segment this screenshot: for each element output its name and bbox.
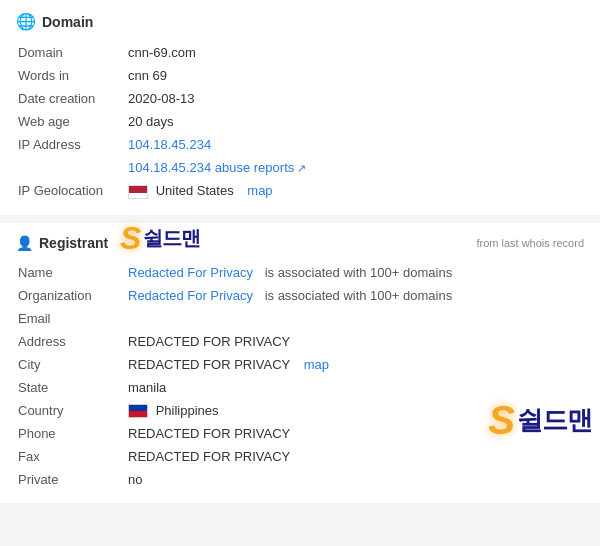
org-value: Redacted For Privacy is associated with … [126, 284, 584, 307]
table-row: City REDACTED FOR PRIVACY map [16, 353, 584, 376]
registrant-section-title: 👤 Registrant [16, 235, 108, 251]
table-row: Words in cnn 69 [16, 64, 584, 87]
org-extra: is associated with 100+ domains [265, 288, 453, 303]
domain-label: Domain [16, 41, 126, 64]
person-icon: 👤 [16, 235, 33, 251]
country-label: Country [16, 399, 126, 423]
empty-label [16, 156, 126, 179]
registrant-title-text: Registrant [39, 235, 108, 251]
state-label: State [16, 376, 126, 399]
registrant-header-row: 👤 Registrant from last whois record [16, 235, 584, 251]
country-name-ph: Philippines [156, 403, 219, 418]
city-map-link[interactable]: map [304, 357, 329, 372]
date-creation-label: Date creation [16, 87, 126, 110]
table-row: Country Philippines [16, 399, 584, 423]
words-label: Words in [16, 64, 126, 87]
domain-section-title: Domain [42, 14, 93, 30]
private-value: no [126, 468, 584, 491]
table-row: Domain cnn-69.com [16, 41, 584, 64]
table-row: Fax REDACTED FOR PRIVACY [16, 445, 584, 468]
ph-flag-icon [128, 404, 148, 418]
table-row: Address REDACTED FOR PRIVACY [16, 330, 584, 353]
globe-icon: 🌐 [16, 12, 36, 31]
name-extra: is associated with 100+ domains [265, 265, 453, 280]
org-link[interactable]: Redacted For Privacy [128, 288, 253, 303]
ip-address-value[interactable]: 104.18.45.234 [126, 133, 584, 156]
table-row: Name Redacted For Privacy is associated … [16, 261, 584, 284]
table-row: 104.18.45.234 abuse reports [16, 156, 584, 179]
country-name: United States [156, 183, 234, 198]
address-label: Address [16, 330, 126, 353]
map-link[interactable]: map [247, 183, 272, 198]
table-row: Organization Redacted For Privacy is ass… [16, 284, 584, 307]
date-creation-value: 2020-08-13 [126, 87, 584, 110]
table-row: Email [16, 307, 584, 330]
email-label: Email [16, 307, 126, 330]
web-age-value: 20 days [126, 110, 584, 133]
ip-address-link[interactable]: 104.18.45.234 [128, 137, 211, 152]
phone-label: Phone [16, 422, 126, 445]
city-label: City [16, 353, 126, 376]
ip-geo-value: United States map [126, 179, 584, 203]
from-last-whois: from last whois record [476, 237, 584, 249]
table-row: IP Geolocation United States map [16, 179, 584, 203]
table-row: Private no [16, 468, 584, 491]
name-label: Name [16, 261, 126, 284]
ip-address-label: IP Address [16, 133, 126, 156]
domain-section-header: 🌐 Domain [16, 12, 584, 31]
table-row: Web age 20 days [16, 110, 584, 133]
domain-value: cnn-69.com [126, 41, 584, 64]
table-row: State manila [16, 376, 584, 399]
domain-table: Domain cnn-69.com Words in cnn 69 Date c… [16, 41, 584, 203]
org-label: Organization [16, 284, 126, 307]
table-row: Date creation 2020-08-13 [16, 87, 584, 110]
country-value: Philippines [126, 399, 584, 423]
ip-geo-label: IP Geolocation [16, 179, 126, 203]
abuse-reports-link[interactable]: 104.18.45.234 abuse reports [128, 160, 306, 175]
name-value: Redacted For Privacy is associated with … [126, 261, 584, 284]
phone-value: REDACTED FOR PRIVACY [126, 422, 584, 445]
table-row: Phone REDACTED FOR PRIVACY [16, 422, 584, 445]
fax-value: REDACTED FOR PRIVACY [126, 445, 584, 468]
name-link[interactable]: Redacted For Privacy [128, 265, 253, 280]
words-value: cnn 69 [126, 64, 584, 87]
fax-label: Fax [16, 445, 126, 468]
address-value: REDACTED FOR PRIVACY [126, 330, 584, 353]
city-value: REDACTED FOR PRIVACY map [126, 353, 584, 376]
domain-section: 🌐 Domain Domain cnn-69.com Words in cnn … [0, 0, 600, 215]
registrant-table: Name Redacted For Privacy is associated … [16, 261, 584, 492]
state-value: manila [126, 376, 584, 399]
private-label: Private [16, 468, 126, 491]
abuse-reports-value[interactable]: 104.18.45.234 abuse reports [126, 156, 584, 179]
web-age-label: Web age [16, 110, 126, 133]
registrant-section: 👤 Registrant from last whois record Name… [0, 223, 600, 504]
table-row: IP Address 104.18.45.234 [16, 133, 584, 156]
us-flag-icon [128, 185, 148, 199]
email-value [126, 307, 584, 330]
